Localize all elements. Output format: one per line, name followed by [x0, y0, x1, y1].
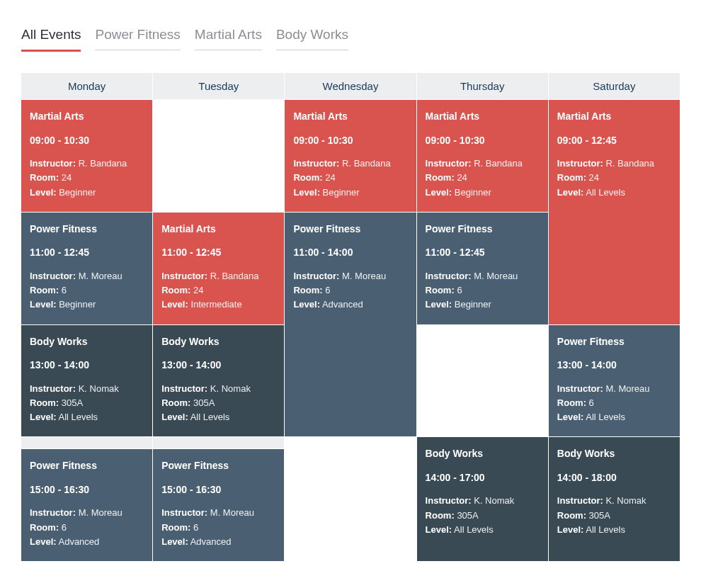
level-value: Advanced [322, 299, 363, 310]
level-value: Beginner [455, 187, 491, 198]
empty-cell [285, 449, 416, 561]
level-value: All Levels [586, 524, 625, 535]
event-title: Body Works [557, 447, 671, 461]
instructor-label: Instructor: [161, 507, 207, 518]
event-cell[interactable]: Body Works13:00 - 14:00Instructor: K. No… [21, 325, 152, 437]
event-cell[interactable]: Martial Arts09:00 - 10:30Instructor: R. … [285, 100, 416, 212]
event-time: 14:00 - 18:00 [557, 471, 671, 485]
instructor-value: K. Nomak [79, 383, 119, 394]
event-time: 14:00 - 17:00 [426, 471, 540, 485]
level-value: Beginner [323, 187, 360, 198]
level-label: Level: [30, 187, 57, 198]
room-label: Room: [557, 172, 586, 183]
schedule-grid: MondayTuesdayWednesdayThursdaySaturdayMa… [21, 73, 680, 561]
instructor-value: M. Moreau [210, 507, 254, 518]
event-time: 09:00 - 10:30 [426, 134, 540, 148]
event-cell[interactable]: Body Works14:00 - 18:00Instructor: K. No… [549, 437, 680, 561]
event-cell[interactable]: Martial Arts09:00 - 10:30Instructor: R. … [21, 100, 152, 212]
event-time: 09:00 - 10:30 [293, 134, 407, 148]
instructor-label: Instructor: [161, 383, 207, 394]
instructor-label: Instructor: [426, 158, 472, 169]
tab-martial-arts[interactable]: Martial Arts [195, 21, 262, 52]
level-label: Level: [426, 187, 452, 198]
event-title: Martial Arts [161, 222, 275, 237]
instructor-label: Instructor: [426, 495, 472, 506]
room-value: 24 [193, 285, 203, 295]
event-cell[interactable]: Power Fitness11:00 - 12:45Instructor: M.… [21, 213, 152, 324]
event-title: Martial Arts [30, 110, 144, 124]
empty-cell [21, 437, 152, 448]
event-time: 15:00 - 16:30 [30, 483, 144, 497]
event-meta: Instructor: M. MoreauRoom: 6Level: Advan… [30, 507, 144, 548]
instructor-value: K. Nomak [210, 383, 251, 394]
room-label: Room: [161, 285, 190, 295]
event-title: Body Works [161, 335, 275, 349]
instructor-label: Instructor: [30, 158, 76, 169]
room-label: Room: [293, 172, 322, 183]
event-time: 13:00 - 14:00 [30, 358, 144, 373]
event-time: 15:00 - 16:30 [161, 483, 275, 497]
level-value: All Levels [586, 412, 625, 422]
event-meta: Instructor: K. NomakRoom: 305ALevel: All… [30, 383, 144, 424]
room-label: Room: [426, 285, 455, 295]
day-header-tuesday: Tuesday [153, 73, 284, 99]
room-value: 24 [62, 172, 72, 183]
room-label: Room: [161, 397, 190, 408]
event-title: Martial Arts [426, 110, 540, 124]
instructor-value: M. Moreau [79, 507, 122, 518]
level-label: Level: [30, 536, 57, 547]
level-label: Level: [30, 299, 57, 310]
level-label: Level: [161, 412, 188, 422]
room-value: 6 [457, 285, 462, 295]
event-title: Martial Arts [293, 110, 407, 124]
instructor-value: M. Moreau [79, 271, 122, 281]
event-cell[interactable]: Power Fitness15:00 - 16:30Instructor: M.… [153, 449, 284, 561]
level-value: Beginner [59, 299, 96, 310]
event-meta: Instructor: M. MoreauRoom: 6Level: Begin… [426, 270, 540, 312]
room-label: Room: [426, 172, 455, 183]
event-cell[interactable]: Martial Arts09:00 - 10:30Instructor: R. … [417, 100, 548, 212]
day-header-thursday: Thursday [417, 73, 548, 99]
level-label: Level: [293, 299, 320, 310]
instructor-value: R. Bandana [474, 158, 523, 169]
event-cell[interactable]: Body Works14:00 - 17:00Instructor: K. No… [417, 437, 548, 561]
event-cell[interactable]: Power Fitness11:00 - 12:45Instructor: M.… [417, 213, 548, 324]
event-cell[interactable]: Body Works13:00 - 14:00Instructor: K. No… [153, 325, 284, 437]
instructor-value: R. Bandana [79, 158, 127, 169]
room-label: Room: [557, 397, 586, 408]
event-cell[interactable]: Martial Arts09:00 - 12:45Instructor: R. … [549, 100, 680, 324]
event-cell[interactable]: Power Fitness15:00 - 16:30Instructor: M.… [21, 449, 152, 561]
event-meta: Instructor: K. NomakRoom: 305ALevel: All… [557, 494, 671, 536]
event-time: 09:00 - 12:45 [557, 134, 671, 148]
event-time: 11:00 - 12:45 [161, 246, 275, 260]
instructor-label: Instructor: [30, 271, 76, 281]
tab-all-events[interactable]: All Events [21, 21, 81, 52]
instructor-label: Instructor: [557, 383, 603, 394]
event-cell[interactable]: Power Fitness11:00 - 14:00Instructor: M.… [285, 213, 416, 437]
event-meta: Instructor: R. BandanaRoom: 24Level: All… [557, 157, 671, 199]
instructor-value: R. Bandana [605, 158, 654, 169]
level-value: All Levels [454, 524, 494, 535]
event-cell[interactable]: Power Fitness13:00 - 14:00Instructor: M.… [549, 325, 680, 437]
filter-tabs: All EventsPower FitnessMartial ArtsBody … [21, 21, 680, 52]
day-header-monday: Monday [21, 73, 152, 99]
room-value: 6 [325, 285, 330, 295]
room-label: Room: [293, 285, 322, 295]
room-value: 305A [457, 510, 478, 521]
level-label: Level: [161, 536, 188, 547]
tab-power-fitness[interactable]: Power Fitness [95, 21, 180, 52]
event-meta: Instructor: R. BandanaRoom: 24Level: Beg… [30, 157, 144, 199]
instructor-label: Instructor: [557, 495, 603, 506]
room-value: 305A [589, 510, 610, 521]
level-label: Level: [557, 187, 584, 198]
tab-body-works[interactable]: Body Works [276, 21, 348, 52]
event-cell[interactable]: Martial Arts11:00 - 12:45Instructor: R. … [153, 213, 284, 324]
level-value: All Levels [58, 412, 98, 422]
event-meta: Instructor: R. BandanaRoom: 24Level: Int… [161, 270, 275, 312]
event-meta: Instructor: M. MoreauRoom: 6Level: Advan… [161, 507, 275, 548]
level-value: Beginner [59, 187, 96, 198]
level-value: Advanced [58, 536, 99, 547]
event-time: 11:00 - 12:45 [30, 246, 144, 260]
room-value: 6 [62, 285, 67, 295]
instructor-label: Instructor: [30, 507, 76, 518]
